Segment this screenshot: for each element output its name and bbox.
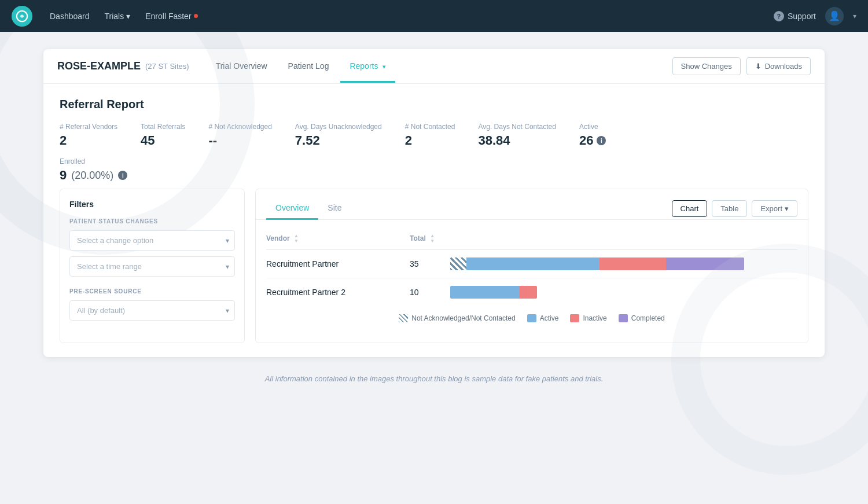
filters-panel: Filters Patient Status Changes Select a …	[60, 189, 245, 343]
info-icon[interactable]: i	[597, 136, 606, 145]
support-button[interactable]: ? Support	[774, 11, 816, 21]
legend-swatch-active	[527, 314, 536, 322]
table-row: Recruitment Partner 2 10	[266, 278, 797, 307]
col-chart	[450, 230, 797, 250]
cell-total-2: 10	[410, 278, 450, 307]
tab-patient-log[interactable]: Patient Log	[279, 51, 339, 83]
chart-actions: Chart Table Export ▾	[672, 200, 797, 217]
disclaimer-text: All information contained in the images …	[0, 374, 868, 383]
trial-sites: (27 ST Sites)	[145, 62, 189, 71]
enrolled-section: Enrolled 9 (20.00%) i	[60, 157, 808, 183]
sort-icons[interactable]: ▲▼	[294, 234, 299, 244]
tab-site[interactable]: Site	[318, 197, 351, 220]
bar-active	[466, 257, 599, 270]
nav-enroll-faster[interactable]: Enroll Faster	[139, 8, 203, 24]
filters-title: Filters	[69, 200, 235, 209]
bar-inactive	[520, 286, 537, 299]
nav-dashboard[interactable]: Dashboard	[44, 8, 95, 24]
trial-name: ROSE-EXAMPLE	[57, 60, 141, 72]
nav-items: Dashboard Trials ▾ Enroll Faster	[44, 8, 774, 24]
bar-hatch	[450, 257, 466, 270]
tab-trial-overview[interactable]: Trial Overview	[207, 51, 277, 83]
stat-not-contacted: # Not Contacted 2	[405, 123, 455, 148]
chevron-down-icon: ▾	[382, 63, 386, 70]
legend-swatch-completed	[619, 314, 628, 322]
notification-dot	[194, 14, 198, 18]
chevron-down-icon: ▾	[853, 12, 856, 20]
stat-not-acknowledged: # Not Acknowledged --	[208, 123, 271, 148]
bar-inactive	[599, 257, 666, 270]
bar-completed	[666, 257, 744, 270]
legend-swatch-hatch	[399, 314, 408, 322]
patient-status-group: Patient Status Changes Select a change o…	[69, 218, 235, 277]
cell-total-1: 35	[410, 250, 450, 278]
cell-vendor-2: Recruitment Partner 2	[266, 278, 410, 307]
change-option-select-wrap: Select a change option ▾	[69, 230, 235, 251]
pre-screen-label: Pre-Screen Source	[69, 288, 235, 295]
user-avatar[interactable]: 👤	[825, 7, 844, 25]
pre-screen-group: Pre-Screen Source All (by default) ▾	[69, 288, 235, 321]
report-title: Referral Report	[60, 98, 808, 111]
col-total: Total ▲▼	[410, 230, 450, 250]
bar-active	[450, 286, 520, 299]
tab-overview[interactable]: Overview	[266, 197, 318, 220]
sub-navigation: ROSE-EXAMPLE (27 ST Sites) Trial Overvie…	[43, 49, 825, 84]
question-icon: ?	[774, 11, 784, 21]
stat-referral-vendors: # Referral Vendors 2	[60, 123, 117, 148]
downloads-button[interactable]: ⬇ Downloads	[746, 57, 811, 75]
table-row: Recruitment Partner 35	[266, 250, 797, 278]
tab-reports[interactable]: Reports ▾	[340, 51, 395, 83]
enrolled-info-icon[interactable]: i	[118, 171, 127, 180]
sub-nav-tabs: Trial Overview Patient Log Reports ▾	[207, 51, 672, 82]
change-option-select[interactable]: Select a change option	[69, 230, 235, 251]
cell-bar-1	[450, 250, 797, 278]
sub-nav-actions: Show Changes ⬇ Downloads	[672, 57, 811, 75]
chart-panel: Overview Site Chart Table Export ▾	[255, 189, 808, 343]
logo[interactable]	[12, 6, 32, 27]
chart-button[interactable]: Chart	[672, 200, 708, 217]
cell-bar-2	[450, 278, 797, 307]
pre-screen-select-wrap: All (by default) ▾	[69, 300, 235, 321]
legend-completed: Completed	[619, 314, 665, 322]
patient-status-label: Patient Status Changes	[69, 218, 235, 225]
legend-inactive: Inactive	[570, 314, 606, 322]
pre-screen-select[interactable]: All (by default)	[69, 300, 235, 321]
show-changes-button[interactable]: Show Changes	[672, 57, 741, 75]
download-icon: ⬇	[755, 62, 762, 71]
stat-total-referrals: Total Referrals 45	[141, 123, 185, 148]
table-button[interactable]: Table	[712, 200, 747, 217]
main-container: ROSE-EXAMPLE (27 ST Sites) Trial Overvie…	[43, 49, 825, 357]
legend-active: Active	[527, 314, 559, 322]
stat-avg-days-unacknowledged: Avg. Days Unacknowledged 7.52	[295, 123, 382, 148]
legend-swatch-inactive	[570, 314, 579, 322]
stat-active: Active 26 i	[579, 123, 606, 148]
chart-panel-header: Overview Site Chart Table Export ▾	[256, 189, 808, 220]
bar-chart-row-1	[450, 257, 792, 271]
export-button[interactable]: Export ▾	[752, 200, 797, 217]
bottom-split: Filters Patient Status Changes Select a …	[60, 189, 808, 343]
col-vendor: Vendor ▲▼	[266, 230, 410, 250]
data-table: Vendor ▲▼ Total ▲▼	[266, 230, 797, 306]
time-range-select[interactable]: Select a time range	[69, 256, 235, 277]
chart-legend: Not Acknowledged/Not Contacted Active In…	[266, 314, 797, 322]
nav-trials[interactable]: Trials ▾	[99, 8, 137, 24]
bar-chart-row-2	[450, 285, 792, 299]
content-area: Referral Report # Referral Vendors 2 Tot…	[43, 84, 825, 357]
stat-avg-days-not-contacted: Avg. Days Not Contacted 38.84	[478, 123, 556, 148]
nav-right-section: ? Support 👤 ▾	[774, 7, 856, 25]
sort-icons[interactable]: ▲▼	[430, 234, 435, 244]
chevron-down-icon: ▾	[126, 12, 130, 21]
stats-row: # Referral Vendors 2 Total Referrals 45 …	[60, 123, 808, 148]
referral-report-section: Referral Report # Referral Vendors 2 Tot…	[60, 98, 808, 183]
time-range-select-wrap: Select a time range ▾	[69, 256, 235, 277]
chart-tabs: Overview Site	[266, 197, 351, 219]
top-navigation: Dashboard Trials ▾ Enroll Faster ? Suppo…	[0, 0, 868, 32]
legend-not-acknowledged: Not Acknowledged/Not Contacted	[399, 314, 515, 322]
user-icon: 👤	[829, 10, 840, 21]
chevron-down-icon: ▾	[785, 204, 789, 213]
cell-vendor-1: Recruitment Partner	[266, 250, 410, 278]
chart-body: Vendor ▲▼ Total ▲▼	[256, 220, 808, 333]
